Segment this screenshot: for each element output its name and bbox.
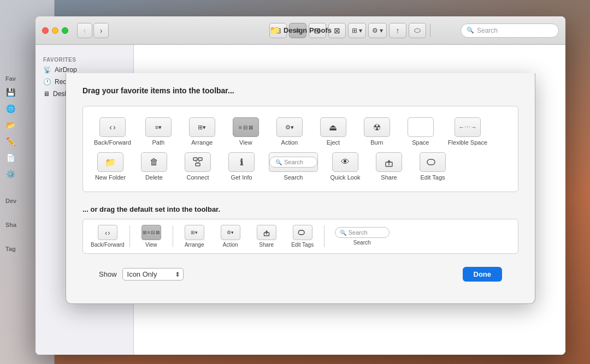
svg-rect-0 [193,158,197,160]
share-label: Share [381,174,397,181]
search-icon: 🔍 [467,27,474,34]
item-search[interactable]: 🔍 Search Search [263,149,323,184]
preview-arrange-icon: ⊞▾ [185,225,204,240]
eject-icon: ⏏ [320,117,346,137]
toolbar-group-btn[interactable]: ⊞ ▾ [348,23,366,38]
window-title: 📁 Design Proofs [269,25,332,35]
preview-divider-3 [324,225,324,247]
item-eject[interactable]: ⏏ Eject [311,114,355,149]
delete-label: Delete [145,174,163,181]
preview-edit-tags-label: Edit Tags [291,242,314,248]
sidebar-icon-2: 📂 [5,120,15,130]
item-action[interactable]: ⚙▾ Action [268,114,311,149]
maximize-button[interactable] [62,27,68,34]
default-toolbar-preview: ‹ › Back/Forward ⊞ ≡ ⊟ ⊠ View [82,219,518,254]
back-button[interactable]: ‹ [77,23,92,38]
toolbar-action-btn[interactable]: ⚙ ▾ [368,23,387,38]
path-label: Path [152,139,165,146]
quick-look-label: Quick Look [330,174,360,181]
show-label: Show [99,270,117,278]
preview-view-label: View [145,242,157,248]
show-select[interactable]: Icon Only Icon and Text Text Only [122,268,184,281]
preview-arrange[interactable]: ⊞▾ Arrange [178,225,211,248]
item-back-forward[interactable]: ‹› Back/Forward [88,114,137,149]
sidebar-icon-1: 🌐 [5,104,15,114]
item-delete[interactable]: 🗑 Delete [132,149,176,184]
svg-rect-10 [298,230,304,235]
gear-icon: ⚙ [372,27,378,34]
preview-view[interactable]: ⊞ ≡ ⊟ ⊠ View [135,225,168,248]
item-share[interactable]: Share [367,149,411,184]
group-arrow-icon: ▾ [359,27,362,34]
sidebar-icon-4: 📄 [5,153,15,163]
group-icon: ⊞ [352,27,357,34]
back-arrow-icon: ‹ [84,26,86,35]
airdrop-icon: 📡 [43,66,51,74]
close-button[interactable] [42,27,49,34]
toolbar-divider [430,24,430,37]
window-title-text: Design Proofs [284,26,332,34]
preview-back-forward-icon: ‹ › [98,225,117,240]
tag-icon: ⬭ [414,26,421,35]
item-edit-tags[interactable]: Edit Tags [411,149,455,184]
preview-search-label: Search [353,240,371,246]
edit-tags-label: Edit Tags [420,174,445,181]
traffic-lights [42,27,68,34]
connect-icon [185,152,211,172]
preview-divider-1 [129,225,130,247]
folder-icon: 📁 [269,25,280,35]
item-flexible-space[interactable]: ←⋯→ Flexible Space [442,114,493,149]
forward-button[interactable]: › [93,23,109,38]
drag-instruction: Drag your favorite items into the toolba… [82,86,518,95]
coverflow-icon: ⊠ [334,26,340,35]
preview-search[interactable]: 🔍 Search Search [329,227,395,246]
preview-back-forward-label: Back/Forward [91,242,125,248]
toolbar-items-grid: ‹› Back/Forward ≡▾ Path ⊞▾ Arrange [82,106,518,192]
finder-window: ‹ › 📁 Design Proofs ⊞ ≡ ⊟ ⊠ [36,16,565,355]
action-label: Action [281,139,298,146]
item-burn[interactable]: ☢ Burn [355,114,399,149]
item-get-info[interactable]: ℹ Get Info [220,149,263,184]
preview-search-icon-wrap: 🔍 Search [335,227,390,238]
preview-action[interactable]: ⚙▾ Action [214,225,247,248]
preview-back-forward[interactable]: ‹ › Back/Forward [91,225,125,248]
item-new-folder[interactable]: 📁 New Folder [88,149,132,184]
done-button[interactable]: Done [463,267,503,282]
search-glass-icon: 🔍 [340,230,346,236]
sidebar-icon-0: 💾 [5,87,15,97]
preview-share-label: Share [259,242,274,248]
view-icon: ≡ ⊟ ⊠ [233,117,259,137]
desktop-icon: 🖥 [43,90,50,98]
item-path[interactable]: ≡▾ Path [137,114,180,149]
item-quick-look[interactable]: 👁 Quick Look [323,149,367,184]
toolbar-search-box[interactable]: 🔍 Search [461,23,559,38]
new-folder-icon: 📁 [97,152,123,172]
nav-buttons: ‹ › [77,23,109,38]
edit-tags-icon [420,152,446,172]
show-select-wrapper[interactable]: Icon Only Icon and Text Text Only ⬍ [122,268,184,281]
share-icon: ↑ [396,26,400,35]
item-connect[interactable]: Connect [176,149,220,184]
back-forward-label: Back/Forward [94,139,131,146]
item-view[interactable]: ≡ ⊟ ⊠ View [224,114,268,149]
preview-action-label: Action [223,242,238,248]
share-item-icon [376,152,402,172]
preview-edit-tags[interactable]: Edit Tags [286,225,319,248]
forward-arrow-icon: › [100,26,103,35]
preview-share-icon [257,225,276,240]
search-placeholder: Search [477,27,498,34]
eject-label: Eject [327,139,340,146]
back-forward-icon: ‹› [99,117,126,137]
svg-rect-2 [196,163,200,166]
recents-icon: 🕐 [43,78,51,86]
item-arrange[interactable]: ⊞▾ Arrange [180,114,224,149]
search-label: Search [284,174,303,181]
minimize-button[interactable] [52,27,58,34]
toolbar-share-btn[interactable]: ↑ [389,23,406,38]
toolbar-tag-btn[interactable]: ⬭ [409,23,426,38]
preview-share[interactable]: Share [250,225,283,248]
preview-edit-tags-icon [293,225,312,240]
toolbar-spacer-2 [447,23,458,38]
item-space[interactable]: Space [399,114,442,149]
burn-label: Burn [370,139,383,146]
